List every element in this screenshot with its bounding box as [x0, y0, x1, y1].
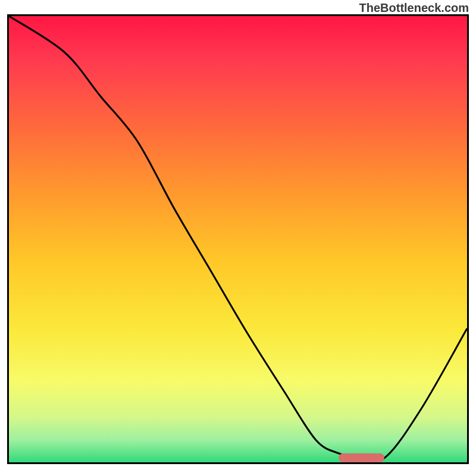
chart-plot-area: [7, 14, 469, 464]
bottleneck-curve: [9, 16, 467, 462]
optimal-region-marker: [339, 453, 384, 463]
watermark-text: TheBottleneck.com: [359, 1, 469, 15]
